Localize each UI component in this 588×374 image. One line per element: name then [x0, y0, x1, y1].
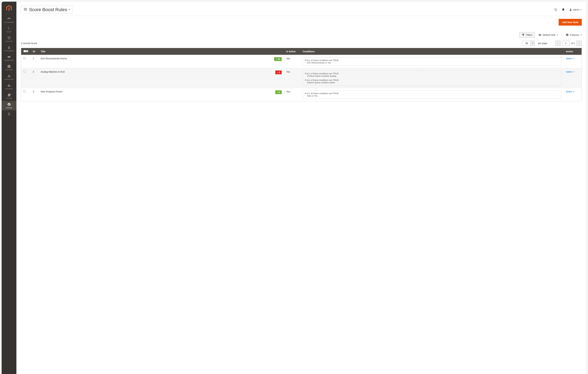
filters-button[interactable]: Filters — [519, 32, 535, 38]
chevron-down-icon: ▼ — [573, 58, 575, 59]
chevron-down-icon: ▼ — [557, 34, 558, 36]
svg-rect-2 — [24, 10, 27, 10]
layout-icon — [7, 64, 11, 68]
select-all-checkbox[interactable] — [23, 50, 26, 52]
filters-label: Filters — [526, 34, 532, 36]
columns-label: Columns — [570, 34, 579, 36]
search-button[interactable] — [554, 8, 557, 11]
row-title: Erin Recommends Promo — [41, 57, 67, 60]
col-header-title[interactable]: Title — [38, 48, 284, 55]
gauge-icon — [7, 17, 11, 21]
sidebar-item-mageplaza[interactable]: MAGEPLAZA — [2, 72, 16, 82]
per-page-input[interactable] — [523, 41, 531, 46]
conditions-box: If ALL of these conditions are TRUE:New … — [303, 90, 561, 99]
chevron-down-icon: ▼ — [580, 9, 582, 10]
prev-page-button[interactable]: ‹ — [555, 41, 561, 46]
select-action-dropdown[interactable]: Select ▼ — [566, 71, 575, 73]
module-icon — [7, 112, 11, 116]
sidebar-item-customers[interactable]: CUSTOMERS — [2, 44, 16, 53]
row-checkbox[interactable] — [23, 57, 26, 59]
toolbar-divider — [562, 33, 562, 37]
svg-rect-1 — [24, 9, 27, 10]
sidebar-item-system[interactable]: SYSTEM — [2, 101, 16, 110]
bar-chart-icon — [7, 83, 11, 87]
sidebar-item-content[interactable]: CONTENT — [2, 63, 16, 72]
columns-dropdown[interactable]: Columns ▼ — [566, 33, 582, 36]
hamburger-icon — [24, 8, 27, 11]
col-header-action[interactable]: Action — [564, 48, 582, 55]
tent-icon — [7, 74, 11, 78]
sidebar-item-stores[interactable]: STORES — [2, 91, 16, 101]
select-action-dropdown[interactable]: Select ▼ — [566, 90, 575, 93]
nav-label: DASHBOARD — [4, 21, 14, 23]
main-content: Score Boost Rules ▾ admin ▼ Add New Rule… — [16, 2, 586, 374]
user-icon — [569, 8, 572, 11]
col-header-conditions[interactable]: Conditions — [300, 48, 564, 55]
score-badge: + 2 — [275, 71, 282, 74]
page-title: Score Boost Rules — [29, 7, 67, 12]
svg-rect-0 — [24, 8, 27, 9]
storefront-icon — [7, 93, 11, 97]
add-new-rule-button[interactable]: Add New Rule — [559, 19, 582, 26]
row-is-active: Yes — [284, 88, 300, 101]
page-title-dropdown[interactable]: Score Boost Rules ▾ — [21, 6, 73, 14]
score-badge: + 10 — [274, 57, 282, 61]
gear-icon — [566, 33, 569, 36]
row-id: 2 — [31, 68, 38, 88]
admin-sidebar: DASHBOARD SALES CATALOG CUSTOMERS MARKET… — [2, 2, 16, 374]
row-checkbox[interactable] — [23, 90, 26, 92]
default-view-label: Default View — [543, 34, 556, 36]
user-menu[interactable]: admin ▼ — [569, 8, 582, 11]
sidebar-item-catalog[interactable]: CATALOG — [2, 34, 16, 44]
sidebar-item-sales[interactable]: SALES — [2, 25, 16, 34]
page-number-input[interactable] — [562, 41, 569, 46]
nav-label: CONTENT — [5, 69, 13, 71]
sidebar-item-partners[interactable] — [2, 110, 16, 118]
row-id: 3 — [31, 88, 38, 101]
col-header-is-active[interactable]: Is Active — [284, 48, 300, 55]
default-view-dropdown[interactable]: Default View ▼ — [538, 33, 558, 36]
col-header-id[interactable]: ID — [31, 48, 38, 55]
eye-icon — [538, 33, 541, 36]
nav-label: REPORTS — [5, 88, 13, 90]
select-action-dropdown[interactable]: Select ▼ — [566, 57, 575, 60]
records-found: 3 records found — [21, 42, 37, 45]
conditions-box: If ALL of these conditions are TRUE:Prod… — [303, 71, 561, 86]
row-title: Analog Watches to End — [41, 71, 65, 73]
megaphone-icon — [7, 55, 11, 59]
sidebar-item-reports[interactable]: REPORTS — [2, 82, 16, 91]
table-row[interactable]: 2Analog Watches to End+ 2YesIf ALL of th… — [21, 68, 582, 88]
row-is-active: Yes — [284, 68, 300, 88]
notifications-button[interactable] — [562, 8, 565, 11]
per-page-label: per page — [538, 42, 547, 45]
chevron-down-icon: ▾ — [69, 9, 70, 11]
row-id: 1 — [31, 55, 38, 68]
nav-label: CATALOG — [5, 40, 13, 42]
sidebar-item-marketing[interactable]: MARKETING — [2, 53, 16, 63]
chevron-down-icon: ▼ — [573, 71, 575, 73]
page-total: of 1 — [571, 42, 575, 45]
select-all-dropdown[interactable]: ▼ — [26, 50, 28, 52]
table-row[interactable]: 1Erin Recommends Promo+ 10YesIf ALL of t… — [21, 55, 582, 68]
nav-label: CUSTOMERS — [4, 50, 14, 52]
nav-label: SALES — [7, 31, 12, 33]
magento-logo-icon — [6, 5, 12, 11]
nav-label: MAGEPLAZA — [4, 79, 14, 80]
row-title: New Products Promo — [41, 90, 62, 93]
row-checkbox[interactable] — [23, 71, 26, 73]
sidebar-item-dashboard[interactable]: DASHBOARD — [2, 15, 16, 25]
nav-label: MARKETING — [4, 60, 14, 61]
chevron-down-icon: ▼ — [573, 91, 575, 92]
col-header-checkbox: ▼ — [21, 48, 31, 55]
person-icon — [7, 45, 11, 49]
per-page-dropdown[interactable]: ▼ — [531, 41, 535, 46]
funnel-icon — [522, 33, 525, 36]
nav-label: SYSTEM — [6, 107, 12, 109]
conditions-box: If ALL of these conditions are TRUE:Erin… — [303, 57, 561, 66]
next-page-button[interactable]: › — [577, 41, 582, 46]
table-row[interactable]: 3New Products Promo+ 5YesIf ALL of these… — [21, 88, 582, 101]
search-icon — [554, 8, 557, 11]
bell-icon — [562, 8, 565, 11]
sidebar-divider — [5, 13, 13, 14]
score-badge: + 5 — [275, 90, 282, 94]
